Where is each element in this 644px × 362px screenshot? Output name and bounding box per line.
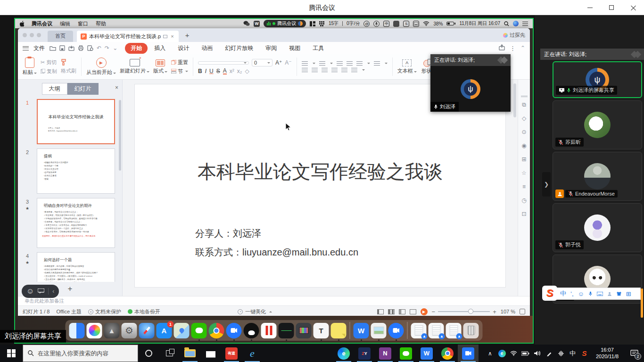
tray-sogou-icon[interactable]: S — [578, 349, 590, 357]
tab-document[interactable]: P 本科毕业论文写作经验之我谈.p × — [77, 31, 179, 42]
tab-slides[interactable]: 幻灯片 — [67, 83, 99, 95]
open-file-icon[interactable] — [50, 45, 56, 51]
taskbar-search[interactable] — [23, 345, 138, 362]
redo-icon[interactable]: ↷ — [105, 45, 109, 51]
shapes-panel-icon[interactable]: ◇ — [522, 115, 526, 122]
ribbon-menu-tab[interactable]: 插入 — [149, 43, 171, 54]
voice-input-icon[interactable] — [588, 291, 593, 296]
mac-menu-item[interactable]: 编辑 — [60, 20, 70, 27]
notification-center-icon[interactable] — [522, 22, 528, 26]
format-painter-button[interactable] — [61, 59, 76, 66]
chrome-dock-icon[interactable] — [209, 323, 224, 338]
wechat-menubar-icon[interactable] — [243, 21, 250, 26]
traffic-lights[interactable] — [23, 33, 41, 37]
font-family-combo[interactable] — [198, 61, 249, 65]
seal-panel-icon[interactable]: ⊙ — [521, 129, 526, 135]
ribbon-menu-tab[interactable]: 幻灯片放映 — [219, 43, 259, 54]
slide-thumbnail-1[interactable]: 本科毕业论文写作经验之我谈 分享人：刘远泽 联系方式：liuyuanze@mai… — [37, 99, 115, 144]
presenter-view-icon[interactable] — [410, 309, 416, 314]
photos-icon[interactable] — [87, 323, 102, 338]
mic-menubar-icon[interactable] — [373, 21, 380, 27]
participant-tile[interactable]: EndeavourMorse — [553, 152, 642, 201]
wps-dock-icon[interactable]: W — [354, 323, 369, 338]
skin-icon[interactable] — [616, 291, 622, 296]
strikethrough-button[interactable]: S — [216, 68, 220, 74]
textbox-button[interactable]: A 文本框 — [397, 59, 417, 74]
bold-button[interactable]: B — [198, 68, 202, 74]
ribbon-menu-tab[interactable]: 工具 — [307, 43, 330, 54]
tray-edge-icon[interactable]: e — [496, 350, 508, 357]
participant-tile[interactable]: 苏茹昕 — [553, 100, 642, 149]
spotlight-icon[interactable] — [504, 21, 509, 26]
punctuation-icon[interactable]: ’, — [570, 290, 574, 297]
zoom-level[interactable]: 107 % — [501, 309, 515, 314]
word-menubar-icon[interactable]: W — [254, 21, 260, 27]
ribbon-menu-tab[interactable]: 动画 — [196, 43, 218, 54]
mac-menu-item[interactable]: 窗口 — [78, 20, 88, 27]
qq-icon[interactable] — [244, 323, 259, 338]
taskbar-internet-explorer[interactable]: e — [242, 345, 263, 362]
underline-button[interactable]: U — [209, 68, 214, 74]
zoom-thumb[interactable] — [468, 309, 473, 314]
emoji-icon[interactable]: ☺ — [26, 287, 34, 296]
taskbar-microsoft-store[interactable] — [200, 345, 221, 362]
taskbar-edge[interactable]: e — [333, 345, 354, 362]
tray-wifi-icon[interactable] — [508, 351, 520, 356]
comment-icon[interactable] — [38, 287, 44, 296]
beautify-button[interactable]: ◔一键美化 — [238, 308, 272, 315]
current-slide[interactable]: 本科毕业论文写作经验之我谈 分享人：刘远泽 联系方式：liuyuanze@mai… — [135, 84, 505, 287]
wechat-dock-icon[interactable] — [191, 323, 207, 338]
taskbar-wps[interactable]: W — [416, 345, 437, 362]
cortana-button[interactable] — [138, 345, 159, 362]
wifi-icon[interactable] — [423, 21, 429, 26]
ribbon-menu-tab[interactable]: 开始 — [125, 43, 148, 54]
align-right-icon[interactable] — [322, 68, 328, 73]
finder-icon[interactable] — [69, 323, 85, 338]
mac-menu-item[interactable]: 腾讯会议 — [32, 20, 52, 27]
reset-button[interactable]: 重置 — [171, 59, 188, 66]
pin-icon[interactable] — [163, 35, 167, 38]
taskbar-file-explorer[interactable] — [180, 345, 200, 362]
more-options-icon[interactable]: ⋮ — [510, 45, 516, 52]
panel-scrollbar[interactable] — [119, 100, 121, 171]
sidebar-collapse-arrow[interactable]: ❯ — [542, 172, 551, 197]
slide-sorter-icon[interactable] — [388, 309, 395, 314]
fit-slide-icon[interactable] — [520, 309, 525, 314]
tencent-meeting-dock-icon-2[interactable] — [388, 323, 404, 338]
taskbar-wechat[interactable] — [396, 345, 416, 362]
tray-pen-icon[interactable] — [543, 351, 555, 356]
tencent-meeting-dock-icon[interactable] — [226, 323, 242, 338]
tray-expand-icon[interactable]: ∧ — [484, 350, 496, 357]
canvas-scrollbar[interactable] — [513, 83, 516, 117]
taskbar-tencent-meeting[interactable] — [458, 345, 479, 362]
taskbar-zhiyun[interactable]: ZY — [354, 345, 375, 362]
tab-home[interactable]: 首页 — [48, 31, 73, 42]
decrease-indent-icon[interactable] — [337, 61, 343, 66]
ribbon-menu-tab[interactable]: 设计 — [172, 43, 195, 54]
drag-handle-icon[interactable] — [521, 96, 528, 97]
bullet-list-icon[interactable] — [302, 61, 308, 66]
taskbar-onenote[interactable]: N — [375, 345, 396, 362]
slide-thumbnail-4[interactable]: 如何选好一个题 •选题很重要，选不好题，后续可能会比较痛苦•对自己做的题目还是要… — [37, 252, 115, 282]
ribbon-menu-tab[interactable]: 视图 — [283, 43, 306, 54]
history-panel-icon[interactable]: ◷ — [521, 197, 526, 204]
system-preferences-icon[interactable]: ⚙ — [122, 323, 137, 338]
play-from-current-button[interactable]: ▶ 从当前开始 — [86, 56, 116, 78]
account-entry[interactable]: 过探先 — [503, 32, 525, 39]
print-icon[interactable] — [78, 45, 84, 51]
taskbar-clock[interactable]: 16:07 2020/11/8 — [590, 345, 624, 362]
sogou-ime-toolbar[interactable]: 中 ’, ☺ ⊞ — [548, 288, 641, 300]
slide-title[interactable]: 本科毕业论文写作经验之我谈 — [135, 159, 505, 185]
minimize-button[interactable] — [579, 0, 601, 15]
tab-outline[interactable]: 大纲 — [42, 83, 67, 95]
normal-view-icon[interactable] — [377, 309, 384, 314]
zoom-out-icon[interactable]: − — [432, 308, 436, 315]
start-button[interactable] — [0, 345, 23, 362]
trash-icon[interactable] — [463, 323, 479, 338]
new-tab-button[interactable]: + — [182, 31, 192, 39]
task-view-button[interactable] — [159, 345, 180, 362]
mac-menu-item[interactable]: 帮助 — [96, 20, 106, 27]
justify-icon[interactable] — [331, 68, 338, 73]
theme-name[interactable]: Office 主题 — [56, 308, 82, 315]
increase-font-icon[interactable]: A⁺ — [275, 59, 282, 66]
